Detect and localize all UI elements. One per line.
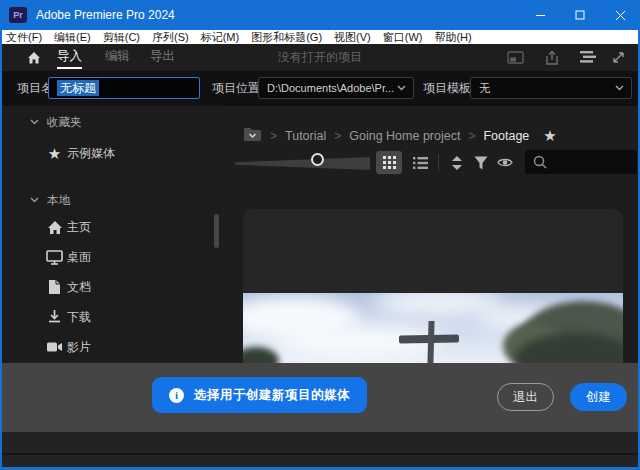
breadcrumb-item-tutorial[interactable]: Tutorial — [285, 129, 326, 143]
maximize-button[interactable] — [560, 0, 600, 30]
sort-icon[interactable] — [446, 152, 468, 173]
cross-shape — [427, 321, 434, 363]
fullscreen-icon[interactable] — [611, 50, 628, 66]
bottom-panel — [2, 455, 638, 467]
chevron-down-icon — [30, 197, 39, 203]
sidebar-item-documents[interactable]: 文档 — [2, 273, 212, 301]
sidebar-section-title: 本地 — [47, 193, 70, 208]
home-icon[interactable] — [26, 50, 42, 66]
workspace-panel-icon[interactable] — [507, 50, 524, 66]
media-thumbnail-photo — [243, 293, 623, 363]
star-icon: ★ — [46, 145, 63, 162]
browser-toolbar — [222, 150, 638, 176]
chevron-down-icon — [30, 119, 39, 125]
toolbar-divider — [438, 154, 439, 171]
sidebar-item-home[interactable]: 主页 — [2, 213, 212, 241]
window-title: Adobe Premiere Pro 2024 — [36, 8, 175, 22]
tab-import[interactable]: 导入 — [57, 44, 82, 69]
tab-edit[interactable]: 编辑 — [105, 44, 130, 69]
media-browser: > Tutorial > Going Home project > Footag… — [222, 106, 638, 363]
download-icon — [46, 309, 63, 326]
breadcrumb-separator: > — [334, 129, 341, 143]
project-status-text: 没有打开的项目 — [278, 44, 362, 71]
sidebar-scrollbar[interactable] — [214, 214, 219, 248]
app-window: Pr Adobe Premiere Pro 2024 文件(F) 编辑(E) 剪… — [0, 0, 640, 470]
chevron-down-icon — [397, 85, 406, 91]
footer-bar: i 选择用于创建新项目的媒体 退出 创建 — [2, 363, 638, 432]
favorite-star-icon[interactable]: ★ — [543, 127, 556, 145]
menu-item-view[interactable]: 视图(V) — [334, 30, 371, 44]
exit-button[interactable]: 退出 — [497, 383, 554, 411]
breadcrumb-item-going-home-project[interactable]: Going Home project — [349, 129, 460, 143]
locations-sidebar: 收藏夹 ★ 示例媒体 本地 主页 桌面 文档 — [2, 106, 222, 363]
thumbnail-zoom-slider-handle[interactable] — [311, 153, 324, 166]
project-name-input[interactable]: 无标题 — [48, 77, 200, 99]
tab-export[interactable]: 导出 — [150, 44, 175, 69]
document-icon — [46, 279, 63, 296]
list-view-icon[interactable] — [408, 151, 432, 174]
media-thumbnail[interactable] — [243, 209, 623, 363]
title-bar: Pr Adobe Premiere Pro 2024 — [0, 0, 640, 30]
thumbnail-zoom-slider[interactable] — [235, 157, 370, 170]
breadcrumb-separator: > — [468, 129, 475, 143]
bush-shape — [243, 347, 279, 363]
notice-banner: i 选择用于创建新项目的媒体 — [152, 377, 367, 413]
home-icon — [46, 219, 63, 236]
project-settings-bar: 项目名 无标题 项目位置 D:\Documents\Adobe\Pr... 项目… — [0, 71, 640, 106]
notice-text: 选择用于创建新项目的媒体 — [194, 387, 350, 404]
window-controls — [520, 0, 640, 30]
desktop-icon — [46, 249, 63, 266]
grid-view-icon[interactable] — [376, 151, 402, 174]
menu-item-markers[interactable]: 标记(M) — [201, 30, 240, 44]
film-icon — [46, 339, 63, 356]
project-location-value: D:\Documents\Adobe\Pr... — [267, 82, 397, 94]
menu-item-clip[interactable]: 剪辑(C) — [103, 30, 140, 44]
share-export-icon[interactable] — [544, 50, 561, 66]
search-input[interactable] — [525, 150, 637, 174]
sidebar-section-local[interactable]: 本地 — [2, 191, 222, 209]
sidebar-item-downloads[interactable]: 下载 — [2, 303, 212, 331]
menu-item-help[interactable]: 帮助(H) — [434, 30, 471, 44]
search-icon — [533, 155, 547, 169]
menu-item-edit[interactable]: 编辑(E) — [54, 30, 91, 44]
sidebar-item-movies[interactable]: 影片 — [2, 333, 212, 361]
preview-eye-icon[interactable] — [494, 152, 516, 173]
project-location-label: 项目位置 — [212, 71, 260, 106]
breadcrumb: > Tutorial > Going Home project > Footag… — [222, 125, 638, 147]
mode-tab-bar: 导入 编辑 导出 没有打开的项目 — [0, 44, 640, 71]
info-icon: i — [169, 388, 184, 403]
project-template-label: 项目模板 — [423, 71, 471, 106]
menu-item-graphics-titles[interactable]: 图形和标题(G) — [251, 30, 322, 44]
create-button[interactable]: 创建 — [570, 383, 627, 411]
project-template-dropdown[interactable]: 无 — [470, 77, 632, 99]
sidebar-item-desktop[interactable]: 桌面 — [2, 243, 212, 271]
project-name-value: 无标题 — [57, 80, 99, 96]
close-button[interactable] — [600, 0, 640, 30]
chevron-down-icon — [615, 85, 624, 91]
sidebar-section-favorites[interactable]: 收藏夹 — [2, 113, 222, 131]
breadcrumb-separator: > — [270, 129, 277, 143]
premiere-logo-icon: Pr — [9, 7, 27, 23]
menu-item-sequence[interactable]: 序列(S) — [152, 30, 189, 44]
bottom-panel — [2, 432, 638, 453]
media-thumbnail-top — [243, 209, 623, 293]
sidebar-item-sample-media[interactable]: ★ 示例媒体 — [2, 139, 212, 167]
filter-icon[interactable] — [470, 152, 492, 173]
folder-icon[interactable] — [243, 127, 262, 146]
menu-item-window[interactable]: 窗口(W) — [383, 30, 423, 44]
menu-item-file[interactable]: 文件(F) — [6, 30, 42, 44]
project-location-dropdown[interactable]: D:\Documents\Adobe\Pr... — [258, 77, 414, 99]
minimize-button[interactable] — [520, 0, 560, 30]
quick-export-icon[interactable] — [578, 50, 595, 66]
window-border — [0, 30, 2, 470]
breadcrumb-item-footage[interactable]: Footage — [483, 129, 529, 143]
menu-bar: 文件(F) 编辑(E) 剪辑(C) 序列(S) 标记(M) 图形和标题(G) 视… — [0, 30, 640, 44]
project-template-value: 无 — [479, 81, 615, 96]
sidebar-section-title: 收藏夹 — [47, 115, 82, 130]
